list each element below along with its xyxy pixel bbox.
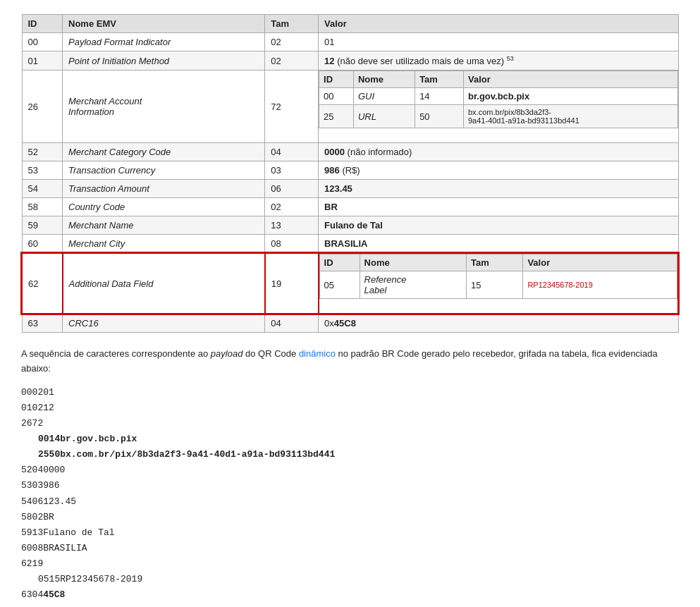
- inner-cell-id: 25: [319, 105, 354, 128]
- table-row: 52 Merchant Category Code 04 0000 (não i…: [22, 143, 678, 161]
- main-table-wrapper: ID Nome EMV Tam Valor 00 Payload Format …: [21, 14, 679, 333]
- cell-tam: 08: [265, 235, 319, 254]
- cell-nome: CRC16: [63, 314, 265, 333]
- inner-col-tam: Tam: [466, 255, 522, 271]
- inner-col-id: ID: [319, 71, 354, 88]
- code-line: 000201: [21, 387, 54, 398]
- cell-id: 01: [22, 51, 63, 70]
- cell-id: 26: [22, 70, 63, 143]
- inner-table-row: 00 GUI 14 br.gov.bcb.pix: [319, 88, 677, 105]
- cell-id: 59: [22, 216, 63, 235]
- cell-id: 58: [22, 198, 63, 216]
- cell-valor: 123.45: [319, 180, 678, 198]
- table-row: 00 Payload Format Indicator 02 01: [22, 33, 678, 51]
- cell-nome: Merchant City: [63, 235, 265, 254]
- inner-cell-id: 05: [319, 271, 360, 299]
- inner-col-nome: Nome: [360, 255, 466, 271]
- cell-valor: BRASILIA: [319, 235, 678, 254]
- cell-id: 52: [22, 143, 63, 161]
- table-row: 01 Point of Initiation Method 02 12 (não…: [22, 51, 678, 70]
- cell-id: 63: [22, 314, 63, 333]
- inner-cell-valor: br.gov.bcb.pix: [464, 88, 678, 105]
- code-line: 6219: [21, 558, 43, 569]
- cell-nome: Merchant Name: [63, 216, 265, 235]
- cell-id: 54: [22, 180, 63, 198]
- code-line: 5913Fulano de Tal: [21, 527, 115, 538]
- cell-tam: 04: [265, 143, 319, 161]
- cell-tam: 13: [265, 216, 319, 235]
- inner-cell-nome: GUI: [353, 88, 415, 105]
- code-line: 010212: [21, 403, 54, 413]
- cell-nome: Point of Initiation Method: [63, 51, 265, 70]
- code-line-indent: 0014br.gov.bcb.pix: [38, 431, 679, 447]
- code-line: 52040000: [21, 465, 65, 475]
- col-header-id: ID: [22, 15, 63, 33]
- cell-valor: 0x45C8: [319, 314, 678, 333]
- inner-col-nome: Nome: [353, 71, 415, 88]
- col-header-valor: Valor: [319, 15, 678, 33]
- cell-nome: Transaction Currency: [63, 161, 265, 180]
- inner-col-valor: Valor: [464, 71, 678, 88]
- inner-table-62: ID Nome Tam Valor 05 ReferenceLabel 15: [319, 254, 677, 299]
- paragraph-1: A sequência de caracteres correspondente…: [21, 347, 679, 376]
- cell-valor: 12 (não deve ser utilizado mais de uma v…: [319, 51, 678, 70]
- cell-valor: 0000 (não informado): [319, 143, 678, 161]
- cell-valor: 01: [319, 33, 678, 51]
- cell-nome: Country Code: [63, 198, 265, 216]
- cell-tam: 02: [265, 51, 319, 70]
- cell-id: 62: [22, 253, 63, 314]
- code-line: 5802BR: [21, 512, 54, 522]
- cell-tam: 04: [265, 314, 319, 333]
- cell-tam: 19: [265, 253, 319, 314]
- blue-dinamico-1: dinâmico: [299, 348, 336, 359]
- code-line-indent: 2550bx.com.br/pix/8b3da2f3-9a41-40d1-a91…: [38, 447, 679, 462]
- cell-tam: 02: [265, 198, 319, 216]
- italic-payload: payload: [211, 348, 243, 359]
- inner-table-row: 25 URL 50 bx.com.br/pix/8b3da2f3-9a41-40…: [319, 105, 677, 128]
- cell-tam: 02: [265, 33, 319, 51]
- table-row-26: 26 Merchant AccountInformation 72 ID Nom…: [22, 70, 678, 143]
- inner-cell-tam: 15: [466, 271, 522, 299]
- cell-valor: Fulano de Tal: [319, 216, 678, 235]
- table-row: 60 Merchant City 08 BRASILIA: [22, 235, 678, 254]
- code-line: 5406123.45: [21, 496, 76, 507]
- cell-nome: Payload Format Indicator: [63, 33, 265, 51]
- cell-tam: 72: [265, 70, 319, 143]
- emv-table: ID Nome EMV Tam Valor 00 Payload Format …: [21, 14, 679, 333]
- cell-inner-table-62: ID Nome Tam Valor 05 ReferenceLabel 15: [319, 253, 678, 314]
- cell-tam: 06: [265, 180, 319, 198]
- cell-valor: BR: [319, 198, 678, 216]
- cell-inner-table-26: ID Nome Tam Valor 00 GUI 14 br.g: [319, 70, 678, 143]
- table-row-62-highlight: 62 Additional Data Field 19 ID Nome Tam …: [22, 253, 678, 314]
- inner-cell-tam: 14: [415, 88, 464, 105]
- table-row: 58 Country Code 02 BR: [22, 198, 678, 216]
- cell-nome: Merchant AccountInformation: [63, 70, 265, 143]
- cell-nome: Transaction Amount: [63, 180, 265, 198]
- code-line: 630445C8: [21, 589, 65, 600]
- inner-cell-valor: bx.com.br/pix/8b3da2f3-9a41-40d1-a91a-bd…: [464, 105, 678, 128]
- inner-table-26: ID Nome Tam Valor 00 GUI 14 br.g: [319, 70, 677, 128]
- cell-valor: 986 (R$): [319, 161, 678, 180]
- cell-nome: Merchant Category Code: [63, 143, 265, 161]
- cell-nome: Additional Data Field: [63, 253, 265, 314]
- table-row: 53 Transaction Currency 03 986 (R$): [22, 161, 678, 180]
- code-line: 2672: [21, 418, 43, 429]
- table-row: 54 Transaction Amount 06 123.45: [22, 180, 678, 198]
- inner-cell-valor: RP12345678-2019: [523, 271, 677, 299]
- code-line: 6008BRASILIA: [21, 543, 87, 553]
- inner-col-tam: Tam: [415, 71, 464, 88]
- code-line-indent: 0515RP12345678-2019: [38, 572, 679, 587]
- table-row: 59 Merchant Name 13 Fulano de Tal: [22, 216, 678, 235]
- cell-tam: 03: [265, 161, 319, 180]
- inner-cell-nome: URL: [353, 105, 415, 128]
- inner-col-id: ID: [319, 255, 360, 271]
- inner-table-row: 05 ReferenceLabel 15 RP12345678-2019: [319, 271, 677, 299]
- inner-col-valor: Valor: [523, 255, 677, 271]
- inner-cell-tam: 50: [415, 105, 464, 128]
- code-block: 000201 010212 2672 0014br.gov.bcb.pix 25…: [21, 385, 679, 603]
- table-row: 63 CRC16 04 0x45C8: [22, 314, 678, 333]
- cell-id: 00: [22, 33, 63, 51]
- inner-cell-nome: ReferenceLabel: [360, 271, 466, 299]
- cell-id: 60: [22, 235, 63, 254]
- code-line: 5303986: [21, 480, 60, 491]
